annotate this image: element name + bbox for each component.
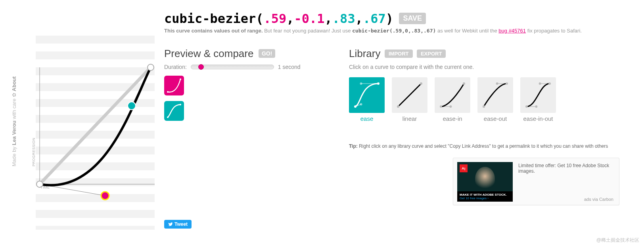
svg-point-28 bbox=[397, 105, 399, 108]
ad-card[interactable]: Aᴉ MAKE IT WITH ADOBE STOCK. Get 10 free… bbox=[453, 158, 619, 205]
warning-bold: This curve contains values out of range. bbox=[164, 28, 263, 34]
svg-point-40 bbox=[483, 105, 485, 108]
svg-rect-11 bbox=[36, 194, 155, 202]
paren-open: ( bbox=[256, 11, 263, 26]
control-point-p2[interactable] bbox=[128, 102, 136, 110]
library-tile[interactable] bbox=[477, 77, 513, 113]
author-link[interactable]: Lea Verou bbox=[11, 120, 17, 145]
library-item-ease-out[interactable]: ease-out bbox=[477, 77, 513, 122]
preview-title: Preview & compare bbox=[164, 48, 253, 60]
bug-link[interactable]: bug #45761 bbox=[498, 28, 526, 34]
svg-rect-7 bbox=[36, 131, 155, 139]
library-item-ease[interactable]: ease bbox=[349, 77, 385, 122]
svg-point-21 bbox=[377, 82, 380, 85]
duration-slider[interactable] bbox=[191, 65, 274, 69]
svg-point-39 bbox=[506, 82, 508, 85]
import-button[interactable]: IMPORT bbox=[385, 50, 413, 58]
library-title: Library bbox=[349, 48, 380, 60]
bezier-p2: -0.1 bbox=[294, 11, 325, 26]
bezier-p3: .83 bbox=[332, 11, 355, 26]
library-hint: Click on a curve to compare it with the … bbox=[349, 64, 627, 70]
svg-point-20 bbox=[354, 105, 356, 108]
svg-point-23 bbox=[360, 82, 362, 85]
duration-label: Duration: bbox=[164, 64, 187, 70]
main-header: cubic-bezier(.59,-0.1,.83,.67) SAVE bbox=[164, 11, 426, 26]
svg-rect-4 bbox=[36, 83, 155, 91]
tip-label: Tip: bbox=[349, 143, 358, 149]
func-name: cubic-bezier bbox=[164, 11, 256, 26]
preview-section: Preview & compare GO! Duration: 1 second bbox=[164, 48, 331, 121]
duration-value: 1 second bbox=[278, 64, 301, 70]
svg-point-35 bbox=[463, 82, 465, 85]
endpoint-end bbox=[148, 64, 154, 71]
bezier-canvas[interactable]: PROGRESSION TIME bbox=[36, 32, 155, 230]
warning-code: cubic-bezier(.59,0,.83,.67) bbox=[352, 28, 436, 34]
ad-image: Aᴉ MAKE IT WITH ADOBE STOCK. Get 10 free… bbox=[457, 162, 513, 202]
svg-point-17 bbox=[180, 104, 181, 105]
svg-point-29 bbox=[420, 82, 422, 85]
svg-rect-8 bbox=[36, 147, 155, 154]
paren-close: ) bbox=[386, 11, 393, 26]
library-tile[interactable] bbox=[520, 77, 556, 113]
svg-point-47 bbox=[539, 82, 541, 85]
ad-band-line1: MAKE IT WITH ADOBE STOCK. bbox=[460, 193, 510, 196]
library-item-label: ease-in-out bbox=[520, 115, 556, 122]
svg-point-22 bbox=[360, 103, 362, 105]
svg-point-46 bbox=[535, 105, 537, 108]
ad-text: Limited time offer: Get 10 free Adobe St… bbox=[518, 163, 613, 174]
svg-point-41 bbox=[496, 82, 498, 85]
library-item-linear[interactable]: linear bbox=[392, 77, 427, 122]
x-axis-label: TIME bbox=[40, 185, 50, 189]
svg-point-32 bbox=[440, 105, 442, 108]
made-by-text: Made by bbox=[11, 147, 17, 166]
library-section: Library IMPORT EXPORT Click on a curve t… bbox=[349, 48, 627, 122]
out-of-range-warning: This curve contains values out of range.… bbox=[164, 28, 582, 34]
go-button[interactable]: GO! bbox=[259, 49, 275, 58]
svg-rect-13 bbox=[36, 226, 155, 230]
tweet-label: Tweet bbox=[174, 221, 188, 227]
side-credits: Made by Lea Verou with care ✿ About bbox=[11, 76, 17, 166]
library-item-label: linear bbox=[392, 115, 427, 122]
svg-point-14 bbox=[167, 91, 169, 93]
gear-icon: ✿ bbox=[11, 93, 17, 97]
library-tile[interactable] bbox=[435, 77, 470, 113]
save-button[interactable]: SAVE bbox=[399, 13, 426, 24]
bezier-p4: .67 bbox=[363, 11, 386, 26]
watermark: @稀土掘金技术社区 bbox=[596, 237, 639, 244]
tip-text: Right click on any library curve and sel… bbox=[358, 143, 608, 149]
export-button[interactable]: EXPORT bbox=[417, 50, 446, 58]
twitter-icon bbox=[168, 222, 173, 227]
slider-thumb[interactable] bbox=[198, 64, 204, 70]
preview-swatch-current[interactable] bbox=[164, 76, 184, 95]
svg-point-34 bbox=[449, 105, 452, 108]
library-item-label: ease bbox=[349, 115, 385, 122]
library-item-label: ease-out bbox=[477, 115, 513, 122]
grid-stripes bbox=[36, 32, 155, 230]
tip-line: Tip: Right click on any library curve an… bbox=[349, 143, 608, 149]
control-point-p1[interactable] bbox=[101, 192, 109, 200]
with-care-text: with care bbox=[11, 99, 17, 119]
y-axis-label: PROGRESSION bbox=[32, 137, 36, 166]
ad-via[interactable]: ads via Carbon bbox=[584, 197, 613, 202]
svg-rect-6 bbox=[36, 115, 155, 123]
svg-point-16 bbox=[167, 116, 169, 118]
ad-band-line2: Get 10 free images › bbox=[460, 196, 510, 200]
library-tile[interactable] bbox=[392, 77, 427, 113]
library-item-label: ease-in bbox=[435, 115, 470, 122]
svg-point-44 bbox=[525, 105, 528, 108]
adobe-badge-icon: Aᴉ bbox=[460, 164, 468, 172]
about-link[interactable]: About bbox=[11, 76, 17, 92]
svg-rect-2 bbox=[36, 51, 155, 59]
bezier-expression: cubic-bezier(.59,-0.1,.83,.67) bbox=[164, 11, 393, 26]
svg-point-45 bbox=[548, 82, 551, 85]
bezier-p1: .59 bbox=[263, 11, 286, 26]
library-item-ease-in[interactable]: ease-in bbox=[435, 77, 470, 122]
library-tile[interactable] bbox=[349, 77, 385, 113]
library-item-ease-in-out[interactable]: ease-in-out bbox=[520, 77, 556, 122]
svg-point-15 bbox=[180, 78, 181, 80]
preview-swatch-compare[interactable] bbox=[164, 101, 184, 121]
svg-rect-12 bbox=[36, 210, 155, 218]
tweet-button[interactable]: Tweet bbox=[164, 220, 192, 229]
svg-rect-1 bbox=[36, 36, 155, 44]
svg-rect-3 bbox=[36, 67, 155, 75]
